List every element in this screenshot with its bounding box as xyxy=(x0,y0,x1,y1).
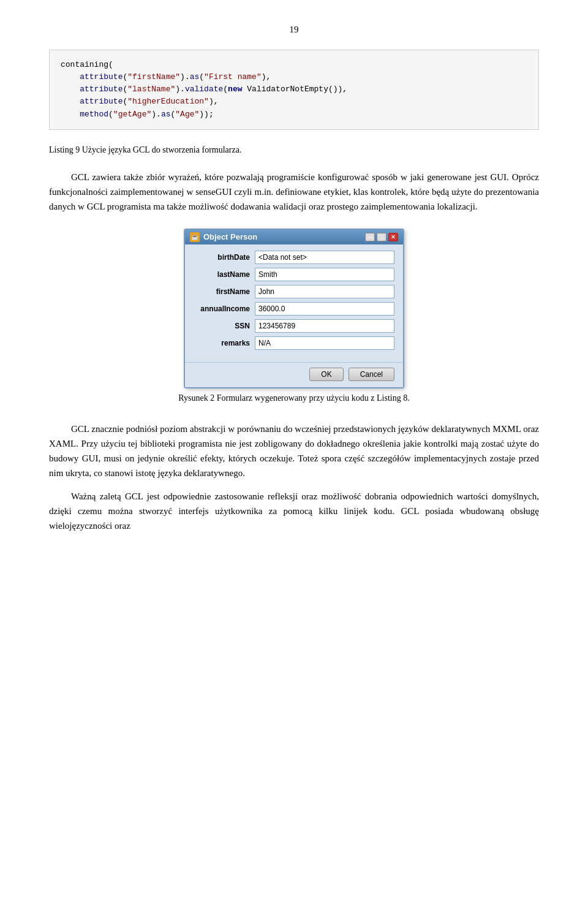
label-birthdate: birthDate xyxy=(194,253,255,262)
form-row-firstname: firstName xyxy=(194,285,394,298)
label-remarks: remarks xyxy=(194,339,255,347)
input-ssn[interactable] xyxy=(255,319,394,333)
label-annualincome: annualIncome xyxy=(194,305,255,313)
form-row-remarks: remarks xyxy=(194,336,394,350)
ok-button[interactable]: OK xyxy=(309,368,343,381)
swing-titlebar-left: ☕ Object Person xyxy=(190,232,257,242)
code-block: containing( attribute("firstName").as("F… xyxy=(49,50,539,130)
input-firstname[interactable] xyxy=(255,285,394,298)
cancel-button[interactable]: Cancel xyxy=(349,368,394,381)
label-firstname: firstName xyxy=(194,287,255,296)
paragraph-1: GCL zawiera także zbiór wyrażeń, które p… xyxy=(49,170,539,214)
code-line-5: method("getAge").as("Age")); xyxy=(61,108,527,121)
input-remarks[interactable] xyxy=(255,336,394,350)
window-title: Object Person xyxy=(203,232,257,241)
form-row-birthdate: birthDate xyxy=(194,251,394,264)
input-birthdate[interactable] xyxy=(255,251,394,264)
page-number: 19 xyxy=(49,25,539,35)
paragraph-3: Ważną zaletą GCL jest odpowiednie zastos… xyxy=(49,489,539,533)
paragraph-2: GCL znacznie podniósł poziom abstrakcji … xyxy=(49,422,539,480)
swing-titlebar: ☕ Object Person — □ ✕ xyxy=(185,230,403,244)
form-row-ssn: SSN xyxy=(194,319,394,333)
form-row-lastname: lastName xyxy=(194,268,394,281)
label-lastname: lastName xyxy=(194,270,255,279)
swing-form-body: birthDate lastName firstName annualIncom… xyxy=(185,244,403,362)
code-line-1: containing( xyxy=(61,59,527,71)
listing-caption: Listing 9 Użycie języka GCL do stworzeni… xyxy=(49,143,539,156)
label-ssn: SSN xyxy=(194,322,255,330)
form-row-annualincome: annualIncome xyxy=(194,302,394,316)
input-lastname[interactable] xyxy=(255,268,394,281)
input-annualincome[interactable] xyxy=(255,302,394,316)
close-button[interactable]: ✕ xyxy=(388,233,398,241)
figure-container: ☕ Object Person — □ ✕ birthDate lastName xyxy=(49,229,539,415)
swing-window: ☕ Object Person — □ ✕ birthDate lastName xyxy=(184,229,404,388)
page: 19 containing( attribute("firstName").as… xyxy=(0,0,588,897)
minimize-button[interactable]: — xyxy=(365,233,375,241)
figure-caption: Rysunek 2 Formularz wygenerowany przy uż… xyxy=(178,393,409,403)
window-controls: — □ ✕ xyxy=(365,233,398,241)
maximize-button[interactable]: □ xyxy=(377,233,386,241)
code-line-3: attribute("lastName").validate(new Valid… xyxy=(61,83,527,96)
code-line-2: attribute("firstName").as("First name"), xyxy=(61,71,527,83)
swing-footer: OK Cancel xyxy=(185,362,403,387)
code-line-4: attribute("higherEducation"), xyxy=(61,96,527,108)
java-icon: ☕ xyxy=(190,232,200,242)
